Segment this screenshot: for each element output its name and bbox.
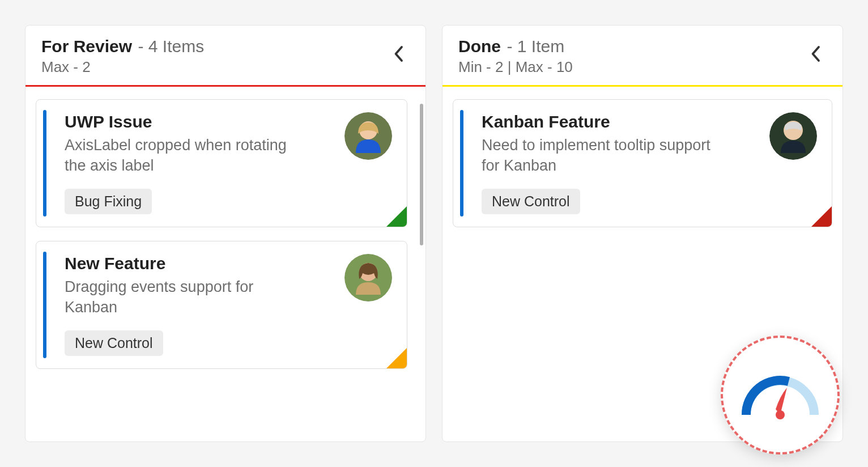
card-body: Kanban Feature Need to implement tooltip…	[482, 112, 764, 214]
card-accent	[43, 252, 46, 358]
kanban-card[interactable]: Kanban Feature Need to implement tooltip…	[453, 99, 832, 227]
card-status-corner	[386, 348, 407, 368]
kanban-card[interactable]: UWP Issue AxisLabel cropped when rotatin…	[36, 99, 407, 227]
card-description: Need to implement tooltip support for Ka…	[482, 135, 724, 176]
kanban-card[interactable]: New Feature Dragging events support for …	[36, 241, 407, 369]
card-list: Kanban Feature Need to implement tooltip…	[442, 87, 843, 240]
column-header: For Review - 4 Items Max - 2	[25, 26, 426, 85]
chevron-left-icon	[393, 45, 403, 62]
column-title: Done	[458, 37, 501, 56]
card-tag[interactable]: New Control	[482, 189, 580, 214]
gauge-icon	[735, 361, 826, 429]
card-description: Dragging events support for Kanban	[65, 277, 300, 318]
column-sublabel: Min - 2 | Max - 10	[458, 58, 573, 76]
scrollbar-thumb[interactable]	[420, 104, 423, 245]
avatar-icon	[344, 254, 392, 302]
card-list: UWP Issue AxisLabel cropped when rotatin…	[25, 87, 426, 381]
avatar-icon	[344, 112, 392, 160]
column-collapse-button[interactable]	[387, 43, 410, 65]
gauge-widget-button[interactable]	[721, 336, 840, 455]
card-title: Kanban Feature	[482, 112, 764, 131]
card-tag[interactable]: Bug Fixing	[65, 189, 152, 214]
column-title-block: For Review - 4 Items Max - 2	[41, 37, 204, 76]
card-accent	[460, 110, 463, 216]
column-sublabel: Max - 2	[41, 58, 204, 76]
card-body: UWP Issue AxisLabel cropped when rotatin…	[65, 112, 339, 214]
chevron-left-icon	[810, 45, 820, 62]
column-for-review: For Review - 4 Items Max - 2 UWP Issue A…	[25, 25, 426, 442]
assignee-avatar[interactable]	[344, 254, 392, 302]
column-title: For Review	[41, 37, 132, 56]
card-body: New Feature Dragging events support for …	[65, 254, 339, 356]
assignee-avatar[interactable]	[769, 112, 817, 160]
card-title: New Feature	[65, 254, 339, 273]
column-header: Done - 1 Item Min - 2 | Max - 10	[442, 26, 843, 85]
assignee-avatar[interactable]	[344, 112, 392, 160]
card-status-corner	[386, 206, 407, 227]
column-count: - 1 Item	[507, 37, 564, 56]
avatar-icon	[769, 112, 817, 160]
card-description: AxisLabel cropped when rotating the axis…	[65, 135, 300, 176]
column-collapse-button[interactable]	[804, 43, 827, 65]
card-tag[interactable]: New Control	[65, 330, 163, 356]
card-accent	[43, 110, 46, 216]
svg-point-6	[776, 410, 785, 419]
column-title-block: Done - 1 Item Min - 2 | Max - 10	[458, 37, 573, 76]
column-count: - 4 Items	[138, 37, 205, 56]
card-title: UWP Issue	[65, 112, 339, 131]
card-status-corner	[811, 206, 832, 227]
